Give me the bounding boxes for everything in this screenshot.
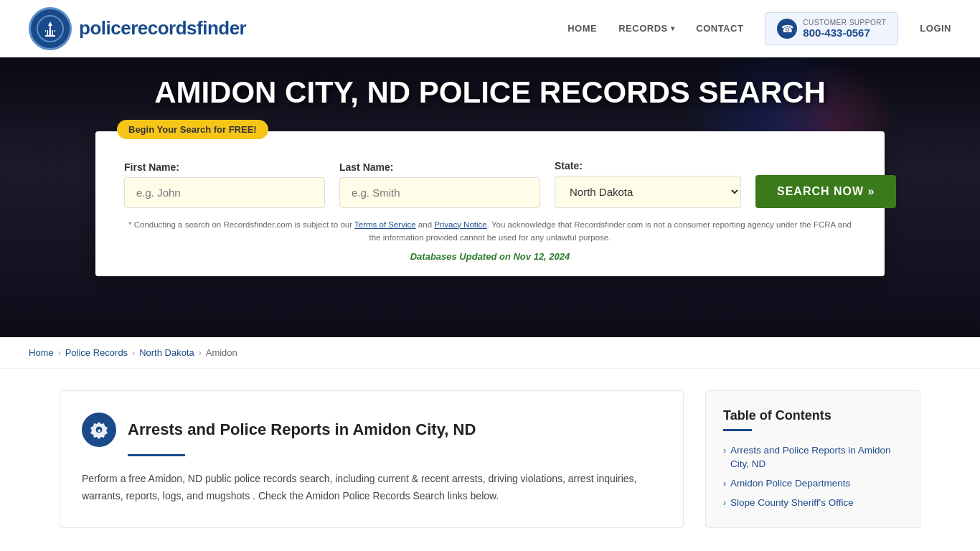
svg-text:★: ★ [97, 428, 102, 433]
toc-item: › Slope County Sheriff's Office [723, 496, 903, 510]
customer-support-text: CUSTOMER SUPPORT 800-433-0567 [803, 19, 886, 39]
nav-home[interactable]: HOME [567, 23, 597, 34]
article-header: ★ Arrests and Police Reports in Amidon C… [82, 413, 661, 447]
toc-chevron-icon: › [723, 479, 726, 489]
content-right: Table of Contents › Arrests and Police R… [705, 390, 920, 528]
main-nav: HOME RECORDS ▾ CONTACT ☎ CUSTOMER SUPPOR… [567, 12, 951, 45]
logo-text: policerecordsfinder [79, 17, 246, 39]
svg-rect-6 [48, 30, 50, 35]
article-body: Perform a free Amidon, ND public police … [82, 471, 661, 505]
main-content: ★ Arrests and Police Reports in Amidon C… [31, 369, 949, 550]
nav-login[interactable]: LOGIN [920, 23, 951, 34]
logo-area: policerecordsfinder [29, 7, 246, 50]
hero-title: AMIDON CITY, ND POLICE RECORDS SEARCH [126, 75, 854, 110]
first-name-input[interactable] [124, 177, 325, 208]
toc-link[interactable]: Amidon Police Departments [730, 477, 850, 491]
toc-item: › Amidon Police Departments [723, 477, 903, 491]
toc-chevron-icon: › [723, 498, 726, 508]
badge-icon: ★ [82, 413, 116, 447]
article-underline [128, 454, 185, 456]
first-name-group: First Name: [124, 161, 325, 208]
state-select[interactable]: AlabamaAlaskaArizonaArkansasCaliforniaCo… [555, 176, 741, 208]
search-disclaimer: * Conducting a search on Recordsfinder.c… [124, 218, 856, 245]
phone-icon: ☎ [777, 19, 797, 39]
search-form: First Name: Last Name: State: AlabamaAla… [124, 160, 856, 208]
first-name-label: First Name: [124, 161, 325, 173]
breadcrumb-sep-1: › [58, 348, 61, 358]
toc-divider [723, 429, 752, 431]
breadcrumb-north-dakota[interactable]: North Dakota [139, 347, 194, 358]
customer-support-box: ☎ CUSTOMER SUPPORT 800-433-0567 [765, 12, 898, 45]
svg-rect-8 [53, 30, 55, 35]
last-name-input[interactable] [339, 177, 540, 208]
toc-link[interactable]: Arrests and Police Reports in Amidon Cit… [730, 444, 903, 471]
svg-rect-5 [46, 30, 47, 35]
free-badge: Begin Your Search for FREE! [117, 120, 268, 139]
toc-title: Table of Contents [723, 408, 903, 423]
logo-icon [29, 7, 72, 50]
last-name-label: Last Name: [339, 161, 540, 173]
breadcrumb-sep-3: › [199, 348, 202, 358]
breadcrumb-police-records[interactable]: Police Records [65, 347, 128, 358]
breadcrumb-current: Amidon [206, 347, 237, 358]
toc-list: › Arrests and Police Reports in Amidon C… [723, 444, 903, 510]
svg-rect-9 [45, 35, 55, 37]
site-header: policerecordsfinder HOME RECORDS ▾ CONTA… [0, 0, 980, 57]
db-updated: Databases Updated on Nov 12, 2024 [124, 251, 856, 262]
tos-link[interactable]: Terms of Service [354, 220, 416, 229]
search-button[interactable]: SEARCH NOW » [755, 175, 896, 208]
article-title: Arrests and Police Reports in Amidon Cit… [128, 420, 476, 439]
svg-rect-7 [51, 30, 52, 35]
nav-records[interactable]: RECORDS ▾ [618, 23, 674, 34]
breadcrumb-sep-2: › [132, 348, 135, 358]
search-container: Begin Your Search for FREE! First Name: … [95, 131, 885, 277]
cs-label: CUSTOMER SUPPORT [803, 19, 886, 27]
toc-link[interactable]: Slope County Sheriff's Office [730, 496, 854, 510]
chevron-down-icon: ▾ [671, 24, 675, 32]
last-name-group: Last Name: [339, 161, 540, 208]
content-left: ★ Arrests and Police Reports in Amidon C… [60, 390, 684, 528]
nav-contact[interactable]: CONTACT [696, 23, 743, 34]
toc-chevron-icon: › [723, 446, 726, 456]
breadcrumb: Home › Police Records › North Dakota › A… [0, 337, 980, 369]
hero-section: AMIDON CITY, ND POLICE RECORDS SEARCH Be… [0, 57, 980, 337]
privacy-link[interactable]: Privacy Notice [434, 220, 487, 229]
toc-item: › Arrests and Police Reports in Amidon C… [723, 444, 903, 471]
breadcrumb-home[interactable]: Home [29, 347, 54, 358]
state-label: State: [555, 160, 741, 171]
state-group: State: AlabamaAlaskaArizonaArkansasCalif… [555, 160, 741, 208]
cs-phone: 800-433-0567 [803, 27, 886, 39]
